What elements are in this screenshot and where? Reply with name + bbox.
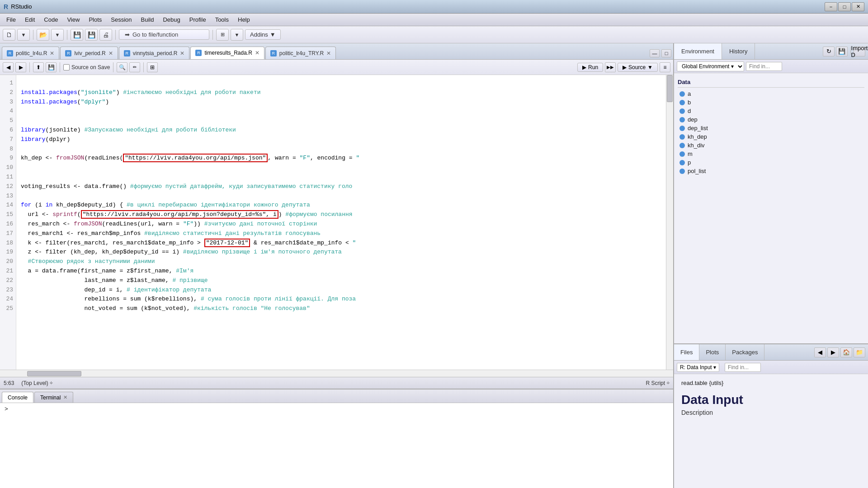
grid-button[interactable]: ⊞ bbox=[216, 29, 229, 41]
vertical-scrollbar[interactable] bbox=[666, 75, 673, 370]
data-item-m[interactable]: m bbox=[678, 150, 864, 158]
open-file-button[interactable]: 📂 bbox=[37, 29, 49, 41]
right-tab-buttons: ↻ 💾 Import D bbox=[820, 47, 868, 56]
data-item-pol-list[interactable]: pol_list bbox=[678, 167, 864, 175]
environment-tab[interactable]: Environment bbox=[674, 43, 722, 59]
collapse-editor-button[interactable]: — bbox=[650, 49, 660, 57]
data-label-p: p bbox=[688, 159, 691, 166]
files-tab[interactable]: Files bbox=[674, 344, 699, 360]
menu-build[interactable]: Build bbox=[137, 14, 159, 25]
packages-tab[interactable]: Packages bbox=[726, 344, 764, 360]
data-section-title: Data bbox=[678, 77, 864, 88]
data-item-kh-dep[interactable]: kh_dep bbox=[678, 132, 864, 141]
new-file-button[interactable]: 🗋 bbox=[3, 29, 15, 41]
search-button[interactable]: 🔍 bbox=[117, 62, 127, 72]
close-button[interactable]: ✕ bbox=[852, 2, 864, 11]
tab-icon-2: R bbox=[65, 50, 71, 56]
terminal-tab-close[interactable]: ✕ bbox=[63, 394, 67, 400]
save-all-button[interactable]: 💾 bbox=[85, 29, 98, 41]
app-icon: R bbox=[4, 3, 8, 10]
menu-tools[interactable]: Tools bbox=[211, 14, 233, 25]
run-all-button[interactable]: ▶▶ bbox=[605, 62, 616, 72]
data-item-dep[interactable]: dep bbox=[678, 115, 864, 124]
spell-button[interactable]: ✏ bbox=[129, 62, 140, 72]
scrollbar-thumb[interactable] bbox=[667, 75, 673, 102]
tab-lviv-period[interactable]: R lviv_period.R ✕ bbox=[60, 47, 118, 59]
console-area[interactable]: > bbox=[0, 403, 673, 488]
minimize-button[interactable]: − bbox=[825, 2, 837, 11]
source-on-save-checkbox[interactable] bbox=[63, 64, 70, 70]
save-button[interactable]: 💾 bbox=[71, 29, 83, 41]
menu-edit[interactable]: Edit bbox=[20, 14, 39, 25]
tab-politic-lr4u[interactable]: R politic_lr4u.R ✕ bbox=[2, 47, 59, 59]
main-area: R politic_lr4u.R ✕ R lviv_period.R ✕ R v… bbox=[0, 43, 868, 488]
history-tab[interactable]: History bbox=[722, 43, 755, 59]
tab-timeresults-rada[interactable]: R timeresults_Rada.R ✕ bbox=[190, 47, 264, 59]
data-item-kh-div[interactable]: kh_div bbox=[678, 141, 864, 150]
rb-back-button[interactable]: ◀ bbox=[814, 347, 826, 357]
compile-button[interactable]: ⊞ bbox=[147, 62, 158, 72]
plots-tab[interactable]: Plots bbox=[699, 344, 726, 360]
maximize-editor-button[interactable]: □ bbox=[661, 49, 671, 57]
rb-home-button[interactable]: 🏠 bbox=[840, 347, 852, 357]
data-item-a[interactable]: a bbox=[678, 89, 864, 98]
menu-view[interactable]: View bbox=[62, 14, 84, 25]
read-table-text[interactable]: read.table {utils} bbox=[678, 378, 864, 388]
console-tab-label: Console bbox=[8, 394, 28, 401]
tab-close-2[interactable]: ✕ bbox=[108, 50, 113, 56]
line-numbers: 123456 789101112 131415161718 1920212223… bbox=[0, 75, 16, 370]
find-input[interactable] bbox=[746, 62, 782, 71]
menu-help[interactable]: Help bbox=[233, 14, 255, 25]
rb-newdir-button[interactable]: 📁 bbox=[854, 347, 865, 357]
new-script-button[interactable]: ▼ bbox=[17, 29, 30, 41]
rb-find-input[interactable] bbox=[725, 363, 761, 372]
tab-label-1: politic_lr4u.R bbox=[16, 50, 47, 56]
tab-close-4[interactable]: ✕ bbox=[255, 50, 259, 56]
menu-code[interactable]: Code bbox=[39, 14, 62, 25]
redo-button[interactable]: ▶ bbox=[15, 62, 26, 72]
tab-close-3[interactable]: ✕ bbox=[180, 50, 184, 56]
console-tab[interactable]: Console bbox=[2, 392, 33, 403]
data-item-dep-list[interactable]: dep_list bbox=[678, 124, 864, 132]
rb-forward-button[interactable]: ▶ bbox=[827, 347, 839, 357]
menu-debug[interactable]: Debug bbox=[158, 14, 184, 25]
import-data-button[interactable]: Import D bbox=[854, 47, 865, 56]
tab-vinnytsia-period[interactable]: R vinnytsia_period.R ✕ bbox=[119, 47, 190, 59]
data-item-d[interactable]: d bbox=[678, 107, 864, 115]
tab-close-5[interactable]: ✕ bbox=[326, 50, 331, 56]
menu-session[interactable]: Session bbox=[106, 14, 136, 25]
data-label-b: b bbox=[688, 99, 691, 106]
save-env-button[interactable]: 💾 bbox=[836, 47, 848, 56]
menu-plots[interactable]: Plots bbox=[84, 14, 106, 25]
menu-file[interactable]: File bbox=[2, 14, 20, 25]
code-content[interactable]: install.packages("jsonlite") #інсталюємо… bbox=[16, 75, 666, 370]
tab-icon-1: R bbox=[7, 50, 13, 56]
terminal-tab[interactable]: Terminal ✕ bbox=[34, 392, 73, 403]
options-button[interactable]: ≡ bbox=[660, 62, 670, 72]
addins-button[interactable]: Addins ▼ bbox=[245, 29, 281, 40]
file-type: R Script ÷ bbox=[646, 380, 670, 386]
refresh-env-button[interactable]: ↻ bbox=[823, 47, 835, 56]
open-recent-button[interactable]: ▼ bbox=[51, 29, 64, 41]
navigate-back-button[interactable]: ⬆ bbox=[33, 62, 44, 72]
print-button[interactable]: 🖨 bbox=[99, 29, 112, 41]
tab-politic-lr4u-try[interactable]: R politic_lr4u_TRY.R ✕ bbox=[265, 47, 336, 59]
tab-close-1[interactable]: ✕ bbox=[50, 50, 54, 56]
right-tabs: Environment History ↻ 💾 Import D bbox=[674, 43, 868, 60]
goto-file-button[interactable]: ➡ Go to file/function bbox=[119, 29, 209, 40]
data-item-b[interactable]: b bbox=[678, 98, 864, 107]
run-button[interactable]: ▶ Run bbox=[577, 63, 603, 72]
menu-profile[interactable]: Profile bbox=[185, 14, 211, 25]
undo-button[interactable]: ◀ bbox=[3, 62, 14, 72]
environment-select[interactable]: Global Environment ▾ bbox=[677, 61, 744, 71]
toolbar-separator-4 bbox=[212, 30, 213, 40]
horizontal-scrollbar[interactable] bbox=[0, 370, 673, 377]
save-editor-button[interactable]: 💾 bbox=[46, 62, 57, 72]
grid-dropdown-button[interactable]: ▼ bbox=[231, 29, 243, 41]
maximize-button[interactable]: □ bbox=[838, 2, 851, 11]
data-item-p[interactable]: p bbox=[678, 158, 864, 167]
source-button[interactable]: ▶ Source ▼ bbox=[618, 63, 658, 72]
hscroll-thumb[interactable] bbox=[27, 371, 81, 376]
titlebar: R RStudio − □ ✕ bbox=[0, 0, 868, 14]
data-input-select[interactable]: R: Data Input ▾ bbox=[677, 363, 719, 372]
